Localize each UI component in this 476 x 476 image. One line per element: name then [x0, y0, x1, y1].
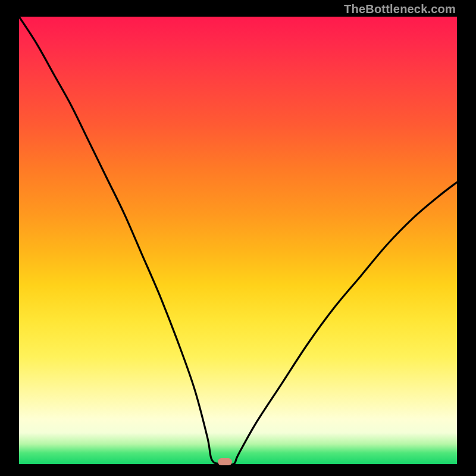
bottleneck-curve [19, 17, 457, 464]
plot-area [19, 17, 457, 464]
chart-frame: TheBottleneck.com [0, 0, 476, 476]
watermark-text: TheBottleneck.com [344, 2, 456, 16]
optimal-point-marker [218, 458, 232, 465]
